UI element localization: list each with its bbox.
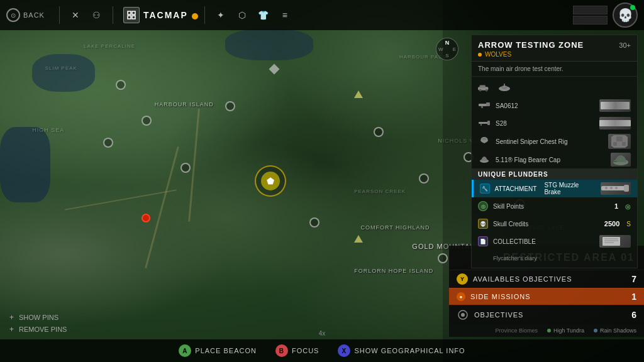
attachment-icon: 🔧 <box>480 184 490 194</box>
hud-right: 💀 <box>573 3 638 28</box>
map-marker-3[interactable] <box>103 138 113 148</box>
svg-rect-13 <box>481 106 483 108</box>
panel-level: 30+ <box>619 41 631 49</box>
svg-rect-2 <box>128 16 131 19</box>
side-missions-circle-icon: ● <box>457 292 465 301</box>
svg-point-7 <box>486 89 488 92</box>
hud-icon-hex[interactable]: ⬡ <box>233 6 251 24</box>
svg-point-28 <box>615 187 618 189</box>
section-unique-plunders: UNIQUE PLUNDERS <box>472 169 637 180</box>
restricted-rows: Y AVAILABLES OBJECTIVES 7 ● SIDE MISSION… <box>449 270 644 324</box>
svg-rect-15 <box>487 121 490 125</box>
svg-point-27 <box>610 187 613 189</box>
available-objectives-label: AVAILABLES OBJECTIVES <box>473 275 626 283</box>
objectives-label: OBJECTIVES <box>474 311 626 319</box>
map-marker-11[interactable] <box>438 253 448 263</box>
remove-pins-control[interactable]: + REMOVE PINS <box>9 325 67 334</box>
svg-rect-3 <box>132 16 135 19</box>
svg-rect-18 <box>616 136 623 141</box>
panel-title: ARROW TESTING ZONE <box>478 40 584 50</box>
map-marker-8[interactable] <box>419 173 429 184</box>
y-button-icon: Y <box>457 273 468 285</box>
left-bottom-controls: + SHOW PINS + REMOVE PINS <box>9 313 67 334</box>
hud-icon-players[interactable]: ⚇ <box>88 6 106 24</box>
focus-action[interactable]: B FOCUS <box>275 344 319 357</box>
reward-cap: 5.11® Flag Bearer Cap <box>472 151 637 168</box>
objectives-value: 6 <box>631 310 636 320</box>
svg-rect-0 <box>128 11 131 14</box>
map-marker-4[interactable] <box>180 163 191 173</box>
map-marker-12[interactable] <box>354 90 363 98</box>
compass-south: S <box>445 53 448 58</box>
svg-rect-11 <box>479 104 487 106</box>
remove-pins-label: REMOVE PINS <box>19 326 67 333</box>
back-button[interactable]: ⊙ BACK <box>6 8 45 22</box>
reward-chest-rig: Sentinel Sniper Chest Rig <box>472 132 637 151</box>
zoom-indicator: 4x <box>319 330 326 337</box>
a-button: A <box>179 344 191 357</box>
compass-north: N <box>445 40 450 46</box>
skill-points-value: 1 <box>614 202 618 210</box>
svg-point-6 <box>479 89 482 92</box>
panel-subtitle: Wolves <box>478 51 631 58</box>
svg-rect-19 <box>613 142 617 146</box>
weapon-sniper-small-icon <box>478 118 491 128</box>
show-pins-label: SHOW PINS <box>19 314 58 321</box>
reward-sa0612-label: SA0612 <box>496 102 594 109</box>
info-panel: ARROW TESTING ZONE 30+ Wolves The main a… <box>471 35 638 268</box>
geo-info-action[interactable]: X SHOW GEOGRAPHICAL INFO <box>338 344 465 357</box>
zoom-level: 4x <box>319 330 326 337</box>
svg-rect-5 <box>480 85 486 88</box>
biome-rain-shadows-label: Rain Shadows <box>600 327 636 334</box>
place-beacon-label: PLACE BEACON <box>195 347 257 354</box>
map-marker-10[interactable] <box>309 217 319 228</box>
reward-s28-label: S28 <box>496 120 594 127</box>
panel-header: ARROW TESTING ZONE 30+ Wolves <box>472 35 637 62</box>
reward-attachment[interactable]: 🔧 ATTACHMENT STG Muzzle Brake <box>472 180 637 197</box>
remove-pins-plus-icon: + <box>9 325 14 334</box>
map-marker-14[interactable] <box>270 65 278 73</box>
reward-attachment-label: ATTACHMENT <box>495 185 537 192</box>
map-marker-5[interactable] <box>225 101 235 111</box>
attachment-name: STG Muzzle Brake <box>544 182 595 195</box>
reward-cap-image <box>611 153 631 167</box>
map-marker-13[interactable] <box>354 235 363 243</box>
reward-cap-label: 5.11® Flag Bearer Cap <box>496 156 606 163</box>
hud-icon-star[interactable]: ✦ <box>212 6 230 24</box>
skill-points-label: Skill Points <box>493 203 609 210</box>
reward-collectible: 📄 COLLECTIBLE <box>472 233 637 250</box>
skull-credits-value: 2500 <box>604 220 619 228</box>
skill-points-unit-icon: ◎ <box>625 203 631 210</box>
show-pins-plus-icon: + <box>9 313 14 322</box>
hat-icon <box>478 155 491 165</box>
hud-icon-shirt[interactable]: 👕 <box>255 6 272 24</box>
reward-s28-image <box>599 117 631 129</box>
back-circle-icon: ⊙ <box>6 8 20 22</box>
biome-high-tundra: High Tundra <box>547 327 584 334</box>
collectible-name-row: Flycatcher's diary <box>472 250 637 265</box>
tacmap-tab[interactable]: TACMAP <box>123 7 188 23</box>
reward-s28: S28 <box>472 114 637 132</box>
back-label: BACK <box>23 11 45 19</box>
map-marker-1[interactable] <box>116 80 126 90</box>
reward-chest-rig-image <box>608 134 631 149</box>
hud-icon-menu[interactable]: ≡ <box>276 6 294 24</box>
map-marker-2[interactable] <box>142 116 152 126</box>
map-marker-6[interactable] <box>374 127 384 137</box>
reward-chest-rig-label: Sentinel Sniper Chest Rig <box>496 138 603 145</box>
compass-east: E <box>453 47 456 52</box>
attachment-image <box>601 182 631 195</box>
skill-points-icon: ◎ <box>478 201 488 211</box>
place-beacon-action[interactable]: A PLACE BEACON <box>179 344 257 357</box>
tacmap-icon <box>123 7 140 23</box>
tacmap-label-text: TACMAP <box>143 10 188 20</box>
collectible-image <box>599 235 631 248</box>
top-right-boxes <box>573 6 608 25</box>
hud-icon-crosshair[interactable]: ✕ <box>67 6 84 24</box>
svg-rect-25 <box>624 185 629 192</box>
objectives-row: OBJECTIVES 6 <box>449 305 644 324</box>
svg-rect-14 <box>479 122 489 124</box>
svg-rect-12 <box>486 102 490 106</box>
show-pins-control[interactable]: + SHOW PINS <box>9 313 67 322</box>
center-mission-marker[interactable]: ⬟ <box>255 165 286 197</box>
